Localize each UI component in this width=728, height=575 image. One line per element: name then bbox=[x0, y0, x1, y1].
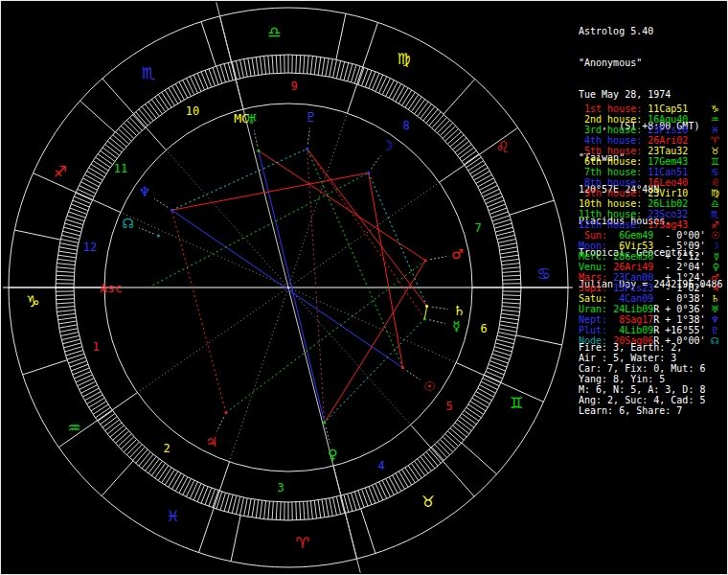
house-cusp-inner bbox=[288, 288, 456, 362]
degree-tick bbox=[142, 454, 153, 469]
planet-degree-dot bbox=[171, 209, 173, 212]
planet-row: Mars: 23Can00 + 1°24'♂ bbox=[579, 272, 725, 283]
degree-tick bbox=[460, 148, 474, 158]
chart-date: Tue May 28, 1974 bbox=[579, 89, 725, 100]
degree-tick bbox=[460, 417, 474, 427]
degree-tick bbox=[57, 303, 75, 304]
planet-pointer bbox=[372, 155, 381, 169]
degree-tick bbox=[402, 470, 412, 485]
degree-tick bbox=[129, 117, 142, 130]
degree-tick bbox=[455, 141, 469, 152]
degree-tick bbox=[455, 423, 469, 434]
sign-boundary bbox=[462, 443, 496, 474]
degree-tick bbox=[76, 193, 92, 200]
planet-pointer bbox=[326, 427, 330, 443]
zodiac-sign-icon: ♉ bbox=[711, 146, 719, 156]
house-row: 3rd house: 23Pis10♓ bbox=[579, 125, 725, 135]
zodiac-sign-icon: ♌ bbox=[711, 177, 719, 188]
degree-tick bbox=[145, 104, 156, 119]
degree-tick bbox=[375, 484, 383, 500]
wheel-house-number-5: 5 bbox=[445, 400, 452, 413]
degree-tick bbox=[59, 247, 78, 250]
degree-tick bbox=[78, 379, 94, 386]
degree-tick bbox=[386, 80, 395, 96]
degree-tick bbox=[296, 502, 297, 520]
degree-tick bbox=[470, 402, 486, 411]
degree-tick bbox=[336, 496, 340, 515]
degree-tick bbox=[84, 174, 101, 183]
house-row: 8th house: 16Leo40♌ bbox=[579, 177, 725, 188]
degree-tick bbox=[481, 185, 497, 193]
zodiac-sign-icon: ♎ bbox=[711, 198, 719, 209]
planet-degree-dot bbox=[323, 422, 326, 425]
wheel-planet-mars-icon: ♂ bbox=[451, 246, 464, 262]
degree-tick bbox=[148, 459, 159, 473]
house-row: 5th house: 23Tau32♉ bbox=[579, 146, 725, 156]
sign-boundary bbox=[336, 13, 346, 59]
degree-tick bbox=[333, 59, 337, 78]
house-row: 12th house: 17Sag43♐ bbox=[579, 219, 725, 230]
degree-tick bbox=[59, 329, 78, 333]
planet-degree-dot bbox=[157, 234, 160, 237]
wheel-sign-sagittarius-icon: ♐ bbox=[54, 163, 67, 181]
degree-tick bbox=[322, 499, 325, 518]
degree-tick bbox=[244, 58, 248, 77]
degree-tick bbox=[405, 92, 415, 107]
degree-tick bbox=[476, 174, 492, 183]
app-title: Astrolog 5.40 bbox=[579, 26, 725, 36]
degree-tick bbox=[232, 495, 237, 513]
planet-pointer bbox=[430, 257, 446, 260]
degree-tick bbox=[314, 57, 316, 75]
planet-degree-dot bbox=[425, 305, 428, 308]
degree-tick bbox=[82, 388, 99, 397]
degree-tick bbox=[80, 185, 96, 193]
house-cusp-inner bbox=[288, 113, 347, 288]
aspect-line-trine bbox=[148, 172, 369, 288]
degree-tick bbox=[423, 106, 435, 121]
degree-tick bbox=[115, 131, 128, 144]
degree-tick bbox=[132, 114, 145, 127]
degree-tick bbox=[501, 317, 519, 320]
degree-tick bbox=[408, 466, 419, 481]
degree-tick bbox=[60, 239, 79, 242]
degree-tick bbox=[91, 402, 106, 411]
planet-row: Jupi: 15Pis23 - 1°02'♃ bbox=[579, 283, 725, 293]
degree-tick bbox=[304, 501, 305, 519]
stats-line: Car: 7, Fix: 0, Mut: 6 bbox=[579, 363, 725, 374]
degree-tick bbox=[61, 235, 80, 239]
zodiac-sign-icon: ♑ bbox=[711, 104, 719, 114]
degree-tick bbox=[80, 381, 96, 389]
degree-tick bbox=[478, 388, 494, 397]
planet-icon: ♇ bbox=[711, 325, 719, 335]
planet-pointer bbox=[307, 128, 309, 145]
degree-tick bbox=[472, 168, 488, 177]
planet-degree-dot bbox=[224, 411, 227, 414]
degree-tick bbox=[478, 178, 494, 187]
degree-tick bbox=[373, 73, 379, 89]
wheel-sign-gemini-icon: ♊ bbox=[510, 394, 523, 412]
zodiac-sign-icon: ♐ bbox=[711, 219, 719, 230]
degree-tick bbox=[183, 479, 192, 495]
degree-tick bbox=[435, 445, 447, 458]
degree-tick bbox=[183, 80, 192, 96]
degree-tick bbox=[318, 57, 321, 75]
planet-pointer bbox=[432, 307, 448, 309]
degree-tick bbox=[60, 333, 79, 336]
degree-tick bbox=[480, 385, 496, 394]
wheel-sign-cancer-icon: ♋ bbox=[536, 264, 550, 283]
stats-line: Learn: 6, Share: 7 bbox=[579, 405, 725, 416]
zodiac-sign-icon: ♈ bbox=[711, 135, 719, 146]
aspect-line-conjunction bbox=[424, 307, 426, 319]
degree-tick bbox=[151, 461, 162, 475]
planet-icon: ☿ bbox=[714, 251, 719, 262]
zodiac-sign-icon: ♏ bbox=[711, 209, 719, 219]
degree-tick bbox=[500, 251, 518, 254]
degree-tick bbox=[169, 472, 178, 487]
degree-tick bbox=[474, 172, 489, 181]
degree-tick bbox=[502, 310, 520, 311]
degree-tick bbox=[80, 182, 97, 191]
degree-tick bbox=[260, 500, 262, 518]
house-row: 7th house: 11Can51♋ bbox=[579, 167, 725, 177]
zodiac-sign-icon: ♋ bbox=[711, 167, 719, 177]
degree-tick bbox=[57, 271, 75, 272]
